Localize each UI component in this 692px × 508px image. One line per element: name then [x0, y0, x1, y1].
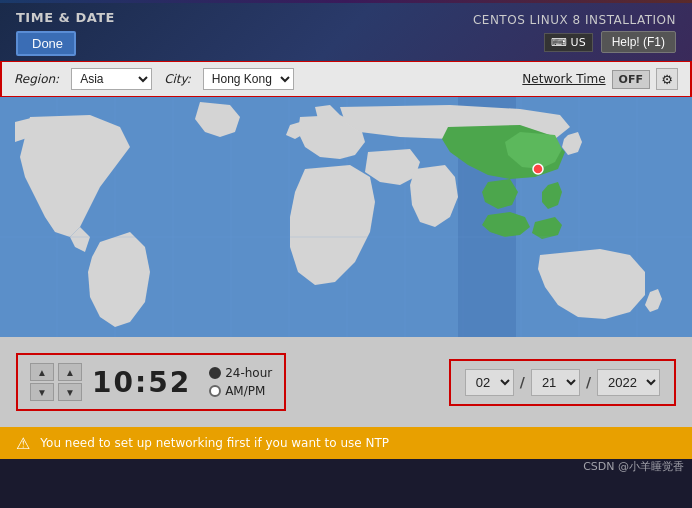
radio-ampm	[209, 385, 221, 397]
hours-value: 10	[92, 366, 135, 399]
minutes-up-button[interactable]: ▲	[58, 363, 82, 381]
map-svg	[0, 97, 692, 337]
help-button[interactable]: Help! (F1)	[601, 31, 676, 53]
month-select[interactable]: 010203040506070809101112	[465, 369, 514, 396]
time-colon: :	[135, 366, 148, 399]
day-select[interactable]: 0102030405060708091011121314151617181920…	[531, 369, 580, 396]
header-left: TIME & DATE Done	[16, 10, 115, 56]
radio-24h	[209, 367, 221, 379]
done-button[interactable]: Done	[16, 31, 76, 56]
format-options: 24-hour AM/PM	[209, 366, 272, 398]
header-right: CENTOS LINUX 8 INSTALLATION ⌨ US Help! (…	[473, 13, 676, 53]
region-bar: Region: Asia Europe Americas Africa City…	[0, 61, 692, 97]
format-ampm-label: AM/PM	[225, 384, 265, 398]
minutes-value: 52	[148, 366, 191, 399]
time-spinners: ▲ ▼ ▲ ▼	[30, 363, 82, 401]
format-ampm-option[interactable]: AM/PM	[209, 384, 272, 398]
format-24h-option[interactable]: 24-hour	[209, 366, 272, 380]
warning-bar: ⚠ You need to set up networking first if…	[0, 427, 692, 459]
header: TIME & DATE Done CENTOS LINUX 8 INSTALLA…	[0, 3, 692, 61]
time-display: 10:52	[92, 366, 191, 399]
city-label: City:	[164, 72, 191, 86]
network-time-label[interactable]: Network Time	[522, 72, 605, 86]
svg-point-13	[533, 164, 543, 174]
network-time-toggle[interactable]: OFF	[612, 70, 650, 89]
date-sep-2: /	[586, 374, 591, 390]
world-map[interactable]	[0, 97, 692, 337]
city-select[interactable]: Hong Kong Shanghai Tokyo Singapore	[203, 68, 294, 90]
minutes-down-button[interactable]: ▼	[58, 383, 82, 401]
lang-badge: ⌨ US	[544, 33, 593, 52]
date-sep-1: /	[520, 374, 525, 390]
help-row: ⌨ US Help! (F1)	[544, 31, 676, 53]
format-24h-label: 24-hour	[225, 366, 272, 380]
time-controls: ▲ ▼ ▲ ▼ 10:52 24-hour AM/PM	[16, 353, 286, 411]
lang-label: US	[571, 36, 586, 49]
minutes-spinner: ▲ ▼	[58, 363, 82, 401]
bottom-section: ▲ ▼ ▲ ▼ 10:52 24-hour AM/PM 010203040506…	[0, 337, 692, 427]
page-title: TIME & DATE	[16, 10, 115, 25]
date-controls: 010203040506070809101112 / 0102030405060…	[449, 359, 676, 406]
gear-icon: ⚙	[661, 72, 673, 87]
year-select[interactable]: 202020212022202320242025	[597, 369, 660, 396]
keyboard-icon: ⌨	[551, 36, 567, 49]
region-select[interactable]: Asia Europe Americas Africa	[71, 68, 152, 90]
watermark: CSDN @小羊睡觉香	[583, 459, 684, 474]
network-settings-button[interactable]: ⚙	[656, 68, 678, 90]
hours-down-button[interactable]: ▼	[30, 383, 54, 401]
hours-up-button[interactable]: ▲	[30, 363, 54, 381]
network-row: Network Time OFF ⚙	[522, 68, 678, 90]
hours-spinner: ▲ ▼	[30, 363, 54, 401]
centos-title: CENTOS LINUX 8 INSTALLATION	[473, 13, 676, 27]
warning-icon: ⚠	[16, 434, 30, 453]
warning-text: You need to set up networking first if y…	[40, 436, 389, 450]
region-label: Region:	[14, 72, 59, 86]
